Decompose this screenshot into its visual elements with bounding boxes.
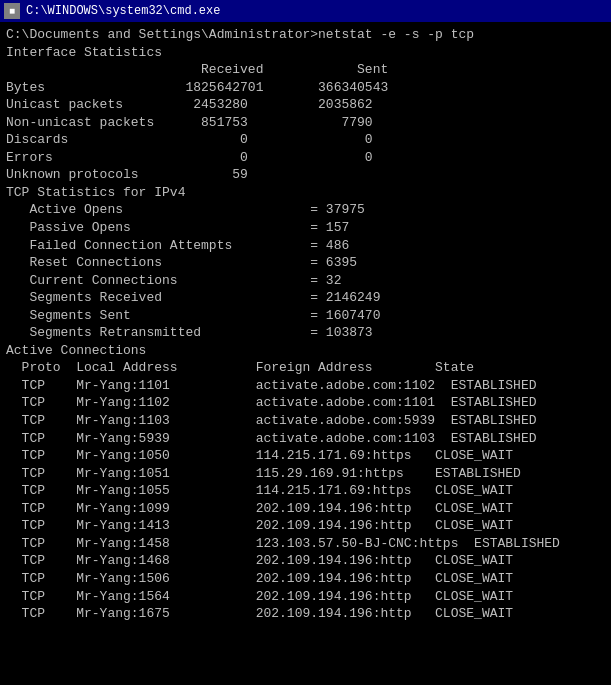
terminal-line: Passive Opens = 157: [6, 219, 605, 237]
terminal-line: TCP Statistics for IPv4: [6, 184, 605, 202]
terminal-line: TCP Mr-Yang:5939 activate.adobe.com:1103…: [6, 430, 605, 448]
terminal-line: C:\Documents and Settings\Administrator>…: [6, 26, 605, 44]
terminal-line: Failed Connection Attempts = 486: [6, 237, 605, 255]
terminal-line: Active Connections: [6, 342, 605, 360]
terminal-line: Non-unicast packets 851753 7790: [6, 114, 605, 132]
terminal-line: Unicast packets 2453280 2035862: [6, 96, 605, 114]
terminal-line: Active Opens = 37975: [6, 201, 605, 219]
terminal-line: Reset Connections = 6395: [6, 254, 605, 272]
terminal-line: Segments Sent = 1607470: [6, 307, 605, 325]
terminal-line: TCP Mr-Yang:1099 202.109.194.196:http CL…: [6, 500, 605, 518]
terminal-line: TCP Mr-Yang:1468 202.109.194.196:http CL…: [6, 552, 605, 570]
terminal-line: TCP Mr-Yang:1101 activate.adobe.com:1102…: [6, 377, 605, 395]
terminal-line: TCP Mr-Yang:1102 activate.adobe.com:1101…: [6, 394, 605, 412]
terminal-line: Received Sent: [6, 61, 605, 79]
terminal-line: Segments Received = 2146249: [6, 289, 605, 307]
title-bar: ■ C:\WINDOWS\system32\cmd.exe: [0, 0, 611, 22]
terminal[interactable]: C:\Documents and Settings\Administrator>…: [0, 22, 611, 685]
terminal-line: TCP Mr-Yang:1051 115.29.169.91:https EST…: [6, 465, 605, 483]
terminal-line: Discards 0 0: [6, 131, 605, 149]
window-icon: ■: [4, 3, 20, 19]
terminal-line: TCP Mr-Yang:1413 202.109.194.196:http CL…: [6, 517, 605, 535]
terminal-line: TCP Mr-Yang:1103 activate.adobe.com:5939…: [6, 412, 605, 430]
window: ■ C:\WINDOWS\system32\cmd.exe C:\Documen…: [0, 0, 611, 685]
terminal-line: TCP Mr-Yang:1055 114.215.171.69:https CL…: [6, 482, 605, 500]
terminal-line: TCP Mr-Yang:1458 123.103.57.50-BJ-CNC:ht…: [6, 535, 605, 553]
terminal-line: TCP Mr-Yang:1506 202.109.194.196:http CL…: [6, 570, 605, 588]
terminal-line: TCP Mr-Yang:1564 202.109.194.196:http CL…: [6, 588, 605, 606]
terminal-line: TCP Mr-Yang:1050 114.215.171.69:https CL…: [6, 447, 605, 465]
terminal-line: Interface Statistics: [6, 44, 605, 62]
terminal-line: Proto Local Address Foreign Address Stat…: [6, 359, 605, 377]
terminal-line: Segments Retransmitted = 103873: [6, 324, 605, 342]
terminal-line: TCP Mr-Yang:1675 202.109.194.196:http CL…: [6, 605, 605, 623]
terminal-line: Current Connections = 32: [6, 272, 605, 290]
terminal-line: Unknown protocols 59: [6, 166, 605, 184]
terminal-line: Bytes 1825642701 366340543: [6, 79, 605, 97]
terminal-line: Errors 0 0: [6, 149, 605, 167]
title-text: C:\WINDOWS\system32\cmd.exe: [26, 4, 220, 18]
